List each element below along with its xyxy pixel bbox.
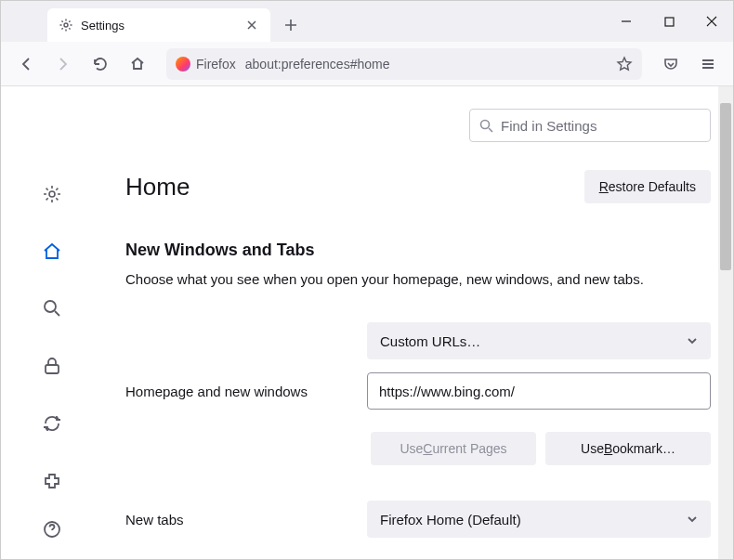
browser-tab[interactable]: Settings — [47, 8, 270, 42]
home-button[interactable] — [122, 48, 153, 80]
pocket-button[interactable] — [655, 48, 687, 80]
settings-sidebar — [1, 86, 103, 559]
search-input[interactable]: Find in Settings — [469, 109, 711, 142]
search-placeholder: Find in Settings — [501, 118, 596, 134]
window-controls — [605, 1, 733, 42]
newtabs-select[interactable]: Firefox Home (Default) — [367, 501, 711, 538]
restore-defaults-button[interactable]: Restore Defaults — [584, 170, 711, 203]
chevron-down-icon — [687, 335, 698, 346]
sidebar-item-sync[interactable] — [35, 407, 69, 440]
page-title: Home — [125, 173, 190, 202]
bookmark-star-icon[interactable] — [616, 56, 633, 72]
search-icon — [479, 119, 493, 133]
sidebar-item-search[interactable] — [35, 293, 69, 326]
homepage-mode-select[interactable]: Custom URLs… — [367, 322, 711, 359]
chevron-down-icon — [687, 514, 698, 525]
forward-button[interactable] — [47, 48, 79, 80]
close-window-button[interactable] — [690, 1, 733, 42]
firefox-logo-icon — [176, 57, 190, 72]
sidebar-item-general[interactable] — [35, 177, 69, 211]
tab-title: Settings — [81, 19, 125, 33]
gear-icon — [59, 18, 73, 33]
newtabs-label: New tabs — [125, 512, 367, 527]
close-icon[interactable] — [244, 18, 259, 33]
section-heading: New Windows and Tabs — [125, 241, 711, 260]
section-description: Choose what you see when you open your h… — [125, 269, 711, 289]
reload-button[interactable] — [85, 48, 116, 80]
svg-point-2 — [49, 191, 55, 197]
navigation-toolbar: Firefox about:preferences#home — [1, 42, 733, 86]
svg-point-6 — [481, 120, 490, 128]
minimize-button[interactable] — [605, 1, 648, 42]
identity-label: Firefox — [196, 57, 236, 72]
svg-point-0 — [64, 23, 68, 27]
use-bookmark-button[interactable]: Use Bookmark… — [545, 432, 711, 465]
homepage-url-input[interactable] — [367, 372, 711, 410]
url-text: about:preferences#home — [245, 57, 607, 72]
svg-rect-4 — [46, 365, 59, 373]
scrollbar[interactable] — [718, 86, 733, 559]
maximize-button[interactable] — [648, 1, 690, 42]
url-bar[interactable]: Firefox about:preferences#home — [166, 48, 642, 80]
tab-bar: Settings — [1, 1, 733, 42]
scrollbar-thumb[interactable] — [720, 103, 731, 270]
svg-rect-1 — [665, 18, 674, 26]
use-current-pages-button[interactable]: Use Current Pages — [371, 432, 536, 465]
new-tab-button[interactable] — [276, 10, 306, 40]
identity-box[interactable]: Firefox — [176, 57, 236, 72]
svg-point-3 — [45, 301, 56, 312]
select-value: Custom URLs… — [380, 333, 480, 349]
sidebar-item-privacy[interactable] — [35, 349, 69, 383]
content-area: Find in Settings Home Restore Defaults N… — [1, 86, 733, 559]
back-button[interactable] — [10, 48, 42, 80]
select-value: Firefox Home (Default) — [380, 512, 521, 527]
settings-main: Find in Settings Home Restore Defaults N… — [103, 86, 733, 559]
sidebar-item-extensions[interactable] — [35, 464, 69, 498]
app-menu-button[interactable] — [692, 48, 724, 80]
homepage-label: Homepage and new windows — [125, 384, 367, 399]
sidebar-item-help[interactable] — [35, 513, 69, 546]
sidebar-item-home[interactable] — [35, 235, 69, 268]
